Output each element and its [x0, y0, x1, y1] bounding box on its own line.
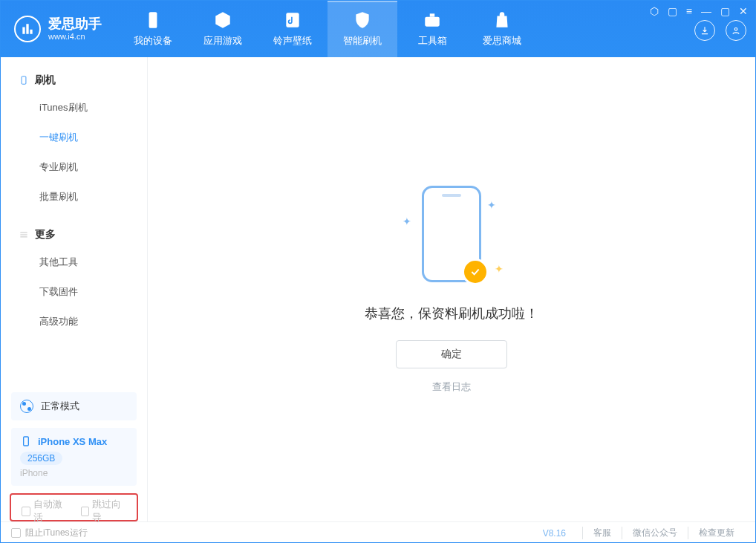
mode-label: 正常模式	[41, 400, 79, 413]
music-icon	[283, 10, 302, 30]
options-row: 自动激活 跳过向导	[10, 493, 138, 521]
svg-rect-0	[149, 12, 157, 28]
mode-icon	[20, 400, 33, 413]
menu-icon[interactable]: ≡	[686, 5, 692, 17]
app-url: www.i4.cn	[48, 32, 102, 41]
device-name: iPhone XS Max	[38, 436, 107, 447]
sidebar-item-other[interactable]: 其他工具	[1, 247, 147, 277]
app-logo[interactable]: 爱思助手 www.i4.cn	[1, 16, 118, 42]
opt-auto-activate[interactable]: 自动激活	[22, 498, 68, 524]
sidebar-item-pro[interactable]: 专业刷机	[1, 152, 147, 182]
success-badge	[462, 259, 489, 285]
spark-icon: ✦	[495, 263, 504, 275]
footer-support[interactable]: 客服	[582, 527, 622, 539]
feedback-icon[interactable]: ▢	[668, 5, 677, 17]
briefcase-icon	[423, 10, 442, 30]
sidebar-item-firmware[interactable]: 下载固件	[1, 277, 147, 307]
account-button[interactable]	[726, 20, 746, 41]
spark-icon: ✦	[403, 215, 411, 227]
device-box[interactable]: iPhone XS Max 256GB iPhone	[11, 428, 137, 486]
device-type: iPhone	[20, 468, 128, 478]
nav-my-device[interactable]: 我的设备	[118, 1, 188, 57]
top-nav: 我的设备 应用游戏 铃声壁纸 智能刷机 工具箱 爱思商城	[118, 1, 537, 57]
window-controls-row1: ⬡ ▢ ≡ — ▢ ✕	[650, 5, 748, 17]
success-message: 恭喜您，保资料刷机成功啦！	[365, 305, 538, 322]
spark-icon: ✦	[487, 199, 496, 211]
sidebar-item-batch[interactable]: 批量刷机	[1, 182, 147, 212]
minimize-icon[interactable]: —	[701, 5, 711, 17]
footer-update[interactable]: 检查更新	[688, 527, 745, 539]
version-label: V8.16	[543, 528, 566, 539]
sidebar-item-oneclick[interactable]: 一键刷机	[1, 123, 147, 152]
sidebar-item-itunes[interactable]: iTunes刷机	[1, 93, 147, 123]
maximize-icon[interactable]: ▢	[720, 5, 730, 17]
svg-point-4	[734, 28, 737, 31]
nav-flash[interactable]: 智能刷机	[328, 1, 397, 57]
svg-rect-1	[286, 13, 299, 27]
checkbox-icon[interactable]	[81, 507, 90, 516]
content: ✦ ✦ ✦ 恭喜您，保资料刷机成功啦！ 确定 查看日志	[148, 57, 755, 521]
svg-rect-3	[430, 13, 435, 16]
cube-icon	[213, 10, 232, 30]
phone-outline-icon	[19, 75, 29, 85]
sidebar-item-advanced[interactable]: 高级功能	[1, 307, 147, 336]
footer-block-itunes[interactable]: 阻止iTunes运行	[11, 527, 88, 539]
main: 刷机 iTunes刷机 一键刷机 专业刷机 批量刷机 更多 其他工具 下载固件 …	[1, 57, 755, 521]
sidebar: 刷机 iTunes刷机 一键刷机 专业刷机 批量刷机 更多 其他工具 下载固件 …	[1, 57, 148, 521]
device-phone-icon	[20, 435, 32, 447]
device-capacity: 256GB	[20, 452, 62, 465]
sidebar-head-more: 更多	[1, 222, 147, 247]
nav-toolbox[interactable]: 工具箱	[397, 1, 467, 57]
success-illustration: ✦ ✦ ✦	[422, 186, 481, 282]
svg-rect-6	[24, 437, 29, 446]
sidebar-head-flash: 刷机	[1, 68, 147, 93]
close-icon[interactable]: ✕	[739, 5, 748, 17]
app-name: 爱思助手	[48, 17, 102, 32]
bag-icon	[492, 10, 512, 30]
footer-wechat[interactable]: 微信公众号	[622, 527, 688, 539]
svg-rect-2	[425, 17, 440, 27]
nav-mall[interactable]: 爱思商城	[467, 1, 537, 57]
list-icon	[19, 230, 29, 240]
nav-ringtone[interactable]: 铃声壁纸	[258, 1, 328, 57]
window-controls-row2	[694, 20, 746, 41]
tshirt-icon[interactable]: ⬡	[650, 5, 659, 17]
logo-icon	[14, 16, 41, 42]
view-log-link[interactable]: 查看日志	[432, 380, 471, 394]
titlebar: 爱思助手 www.i4.cn 我的设备 应用游戏 铃声壁纸 智能刷机 工具箱 爱…	[1, 1, 755, 57]
ok-button[interactable]: 确定	[396, 340, 507, 368]
svg-rect-5	[22, 77, 26, 85]
shield-icon	[353, 10, 372, 30]
opt-skip-guide[interactable]: 跳过向导	[81, 498, 127, 524]
nav-apps[interactable]: 应用游戏	[188, 1, 258, 57]
checkbox-icon[interactable]	[11, 528, 21, 538]
download-button[interactable]	[694, 20, 715, 41]
footer: 阻止iTunes运行 V8.16 客服 微信公众号 检查更新	[1, 521, 755, 543]
phone-icon	[143, 10, 163, 30]
mode-box[interactable]: 正常模式	[11, 392, 137, 420]
checkbox-icon[interactable]	[22, 507, 30, 516]
